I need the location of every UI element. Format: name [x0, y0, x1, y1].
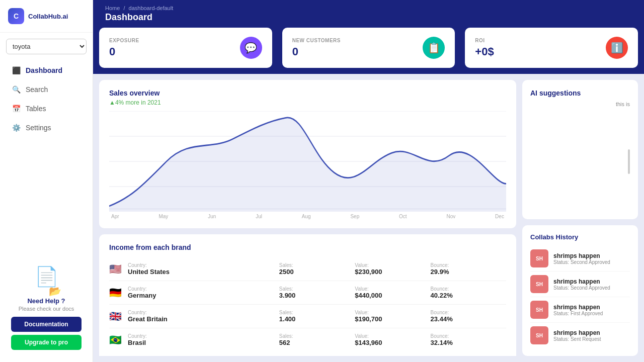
search-icon: 🔍 — [12, 85, 21, 94]
logo-icon: C — [8, 8, 24, 24]
month-aug: Aug — [302, 214, 311, 219]
month-dec: Dec — [495, 214, 504, 219]
collab-name: shrimps happen — [553, 304, 603, 311]
sidebar-label-settings: Settings — [26, 124, 51, 132]
help-image: 📄 📂 — [31, 267, 61, 297]
kpi-customers-icon: 📋 — [423, 37, 445, 59]
brand-select-wrap: toyota honda bmw — [0, 33, 93, 56]
help-section: 📄 📂 Need Help ? Please check our docs Do… — [0, 261, 93, 362]
ai-scrollbar[interactable] — [628, 149, 630, 173]
kpi-customers-value: 0 — [292, 45, 341, 58]
help-title: Need Help ? — [27, 297, 65, 305]
sidebar-item-settings[interactable]: ⚙️ Settings — [4, 119, 89, 137]
breadcrumb-sep: / — [123, 5, 125, 11]
sales-chart-svg — [109, 111, 506, 212]
kpi-row: EXPOSURE 0 💬 NEW CUSTOMERS 0 📋 ROI +0$ ℹ… — [93, 28, 644, 74]
collab-thumb: SH — [530, 249, 548, 267]
breadcrumb-page: dashboard-default — [129, 5, 174, 11]
page-title: Dashboard — [105, 12, 632, 23]
ai-suggestions-card: AI suggestions this is — [522, 80, 638, 219]
ai-suggestions-title: AI suggestions — [530, 89, 630, 97]
collab-thumb: SH — [530, 301, 548, 319]
collab-items: SH shrimps happen Status: Second Approve… — [530, 246, 630, 348]
topbar: Home / dashboard-default Dashboard — [93, 0, 644, 28]
country-flag: 🇩🇪 — [109, 287, 122, 299]
collab-item[interactable]: SH shrimps happen Status: Second Approve… — [530, 246, 630, 272]
docs-stack-icon: 📄 — [35, 266, 58, 287]
logo-text: CollabHub.ai — [28, 13, 68, 20]
month-sep: Sep — [350, 214, 359, 219]
month-jul: Jul — [256, 214, 262, 219]
collab-status: Status: Sent Request — [553, 336, 601, 342]
month-oct: Oct — [399, 214, 407, 219]
breadcrumb: Home / dashboard-default — [105, 5, 632, 11]
sidebar: C CollabHub.ai toyota honda bmw ⬛ Dashbo… — [0, 0, 93, 362]
kpi-roi-value: +0$ — [475, 45, 494, 58]
income-rows: 🇺🇸 Country: United States Sales: 2500 Va… — [109, 257, 506, 351]
country-flag: 🇧🇷 — [109, 334, 122, 346]
help-subtitle: Please check our docs — [19, 306, 74, 312]
collab-status: Status: First Approved — [553, 311, 603, 316]
kpi-roi: ROI +0$ ℹ️ — [465, 28, 638, 68]
collab-status: Status: Second Approved — [553, 285, 610, 291]
brand-select[interactable]: toyota honda bmw — [6, 39, 87, 54]
sidebar-nav: ⬛ Dashboard 🔍 Search 📅 Tables ⚙️ Setting… — [0, 56, 93, 261]
sidebar-logo: C CollabHub.ai — [0, 0, 93, 33]
dashboard-icon: ⬛ — [12, 66, 21, 74]
kpi-roi-icon: ℹ️ — [606, 37, 628, 59]
collab-item[interactable]: SH shrimps happen Status: First Approved — [530, 297, 630, 323]
income-row: 🇬🇧 Country: Great Britain Sales: 1.400 V… — [109, 305, 506, 328]
month-apr: Apr — [111, 214, 119, 219]
right-panel: AI suggestions this is Collabs History S… — [522, 80, 638, 356]
upgrade-button[interactable]: Upgrade to pro — [11, 335, 82, 350]
collab-status: Status: Second Approved — [553, 259, 610, 265]
kpi-exposure-value: 0 — [109, 45, 139, 58]
income-card: Income from each brand 🇺🇸 Country: Unite… — [99, 234, 516, 356]
kpi-exposure-icon: 💬 — [240, 37, 262, 59]
sidebar-label-tables: Tables — [26, 105, 46, 113]
country-flag: 🇺🇸 — [109, 263, 122, 275]
kpi-roi-label: ROI — [475, 38, 494, 43]
ai-note: this is — [616, 101, 630, 107]
collab-item[interactable]: SH shrimps happen Status: Sent Request — [530, 323, 630, 348]
sidebar-item-search[interactable]: 🔍 Search — [4, 80, 89, 99]
docs-folder-icon: 📂 — [49, 285, 61, 297]
sales-overview-subtitle: ▲4% more in 2021 — [109, 99, 506, 106]
breadcrumb-home[interactable]: Home — [105, 5, 120, 11]
kpi-exposure-label: EXPOSURE — [109, 38, 139, 43]
country-flag: 🇬🇧 — [109, 310, 122, 322]
income-row: 🇺🇸 Country: United States Sales: 2500 Va… — [109, 257, 506, 281]
income-row: 🇧🇷 Country: Brasil Sales: 562 Value: $14… — [109, 328, 506, 351]
main-content: Home / dashboard-default Dashboard EXPOS… — [93, 0, 644, 362]
sales-overview-card: Sales overview ▲4% more in 2021 — [99, 80, 516, 228]
collab-item[interactable]: SH shrimps happen Status: Second Approve… — [530, 272, 630, 297]
sidebar-item-tables[interactable]: 📅 Tables — [4, 100, 89, 118]
sales-overview-title: Sales overview — [109, 89, 506, 97]
income-title: Income from each brand — [109, 243, 506, 251]
month-nov: Nov — [446, 214, 455, 219]
collab-name: shrimps happen — [553, 278, 610, 285]
collab-thumb: SH — [530, 275, 548, 293]
income-row: 🇩🇪 Country: Germany Sales: 3.900 Value: … — [109, 281, 506, 305]
collab-name: shrimps happen — [553, 252, 610, 259]
sidebar-label-dashboard: Dashboard — [26, 66, 62, 74]
tables-icon: 📅 — [12, 105, 21, 113]
kpi-new-customers: NEW CUSTOMERS 0 📋 — [282, 28, 455, 68]
kpi-customers-label: NEW CUSTOMERS — [292, 38, 341, 43]
sidebar-item-dashboard[interactable]: ⬛ Dashboard — [4, 61, 89, 79]
collab-thumb: SH — [530, 326, 548, 344]
chart-months: Apr May Jun Jul Aug Sep Oct Nov Dec — [109, 214, 506, 219]
docs-button[interactable]: Documentation — [11, 317, 82, 332]
collabs-history-card: Collabs History SH shrimps happen Status… — [522, 225, 638, 356]
content-area: Sales overview ▲4% more in 2021 — [93, 74, 644, 362]
left-panel: Sales overview ▲4% more in 2021 — [99, 80, 516, 356]
collab-name: shrimps happen — [553, 329, 601, 336]
month-may: May — [158, 214, 168, 219]
sidebar-label-search: Search — [26, 85, 48, 94]
settings-icon: ⚙️ — [12, 124, 21, 132]
month-jun: Jun — [208, 214, 216, 219]
kpi-exposure: EXPOSURE 0 💬 — [99, 28, 272, 68]
collabs-title: Collabs History — [530, 233, 630, 241]
sales-chart — [109, 111, 506, 212]
